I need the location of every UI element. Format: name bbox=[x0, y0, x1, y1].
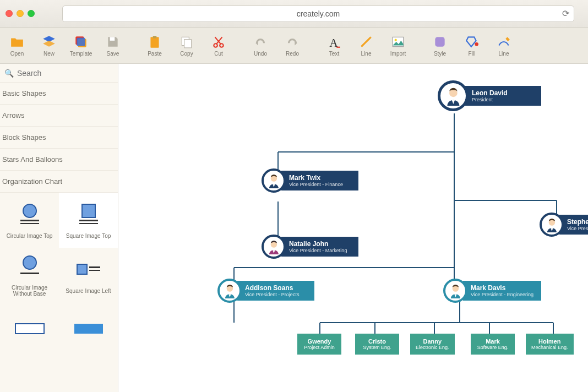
shape-circle-top[interactable]: Circular Image Top bbox=[0, 193, 59, 248]
paste-icon bbox=[147, 34, 162, 50]
box-node[interactable]: HolmenMechanical Eng. bbox=[526, 334, 574, 355]
category-block-shapes[interactable]: Block Shapes bbox=[0, 127, 118, 149]
person-label: Mark Davis Vice President - Engineering bbox=[463, 281, 541, 301]
redo-icon bbox=[285, 34, 300, 50]
svg-rect-28 bbox=[15, 324, 44, 334]
tool-label: Style bbox=[434, 51, 446, 57]
avatar-icon bbox=[438, 80, 469, 111]
svg-rect-24 bbox=[20, 273, 39, 274]
shape-label: Circular Image Without Base bbox=[2, 285, 57, 297]
tool-label: New bbox=[43, 51, 55, 57]
person-role: Vice President - Finance bbox=[289, 182, 351, 187]
open-button[interactable]: Open bbox=[2, 30, 32, 62]
box-node[interactable]: CristoSystem Eng. bbox=[355, 334, 399, 355]
svg-point-23 bbox=[23, 256, 36, 269]
canvas[interactable]: Leon David President Mark Twix Vice Pres… bbox=[118, 64, 588, 392]
cut-button[interactable]: Cut bbox=[204, 30, 233, 62]
new-button[interactable]: New bbox=[34, 30, 64, 62]
box-name: Cristo bbox=[361, 338, 394, 345]
search-input[interactable] bbox=[17, 69, 113, 78]
person-node-leon[interactable]: Leon David President bbox=[438, 80, 541, 111]
shape-rect-outline[interactable] bbox=[0, 303, 59, 358]
address-bar[interactable]: creately.com ⟳ bbox=[62, 6, 574, 22]
category-arrows[interactable]: Arrows bbox=[0, 105, 118, 127]
svg-rect-4 bbox=[150, 37, 159, 48]
box-role: Mechanical Eng. bbox=[531, 345, 568, 350]
svg-rect-5 bbox=[153, 36, 157, 38]
person-node-natalie[interactable]: Natalie John Vice President - Marketing bbox=[262, 235, 358, 259]
url-text: creately.com bbox=[297, 9, 340, 18]
tool-label: Paste bbox=[148, 51, 162, 57]
line-icon bbox=[358, 34, 374, 50]
text-button[interactable]: AText bbox=[319, 30, 349, 62]
box-role: Electronic Eng. bbox=[416, 345, 449, 350]
maximize-window-button[interactable] bbox=[28, 10, 35, 17]
shape-preview bbox=[72, 257, 105, 285]
category-basic-shapes[interactable]: Basic Shapes bbox=[0, 83, 118, 105]
box-name: Mark bbox=[476, 338, 509, 345]
shape-circle-nobase[interactable]: Circular Image Without Base bbox=[0, 248, 59, 303]
tool-label: Save bbox=[107, 51, 119, 57]
person-label: Mark Twix Vice President - Finance bbox=[281, 171, 358, 190]
svg-rect-7 bbox=[184, 40, 192, 48]
redo-button[interactable]: Redo bbox=[277, 30, 307, 62]
fill-button[interactable]: Fill bbox=[457, 30, 487, 62]
shape-square-top[interactable]: Square Image Top bbox=[59, 193, 118, 248]
import-button[interactable]: Import bbox=[383, 30, 413, 62]
shape-rect-fill[interactable] bbox=[59, 303, 118, 358]
svg-rect-29 bbox=[74, 324, 103, 334]
category-stars-and-balloons[interactable]: Stars And Balloons bbox=[0, 149, 118, 171]
close-window-button[interactable] bbox=[6, 10, 13, 17]
shape-square-left[interactable]: Square Image Left bbox=[59, 248, 118, 303]
line-button[interactable]: Line bbox=[351, 30, 381, 62]
shape-preview bbox=[13, 254, 46, 281]
avatar-icon bbox=[262, 168, 286, 193]
svg-rect-20 bbox=[82, 204, 95, 217]
reload-icon[interactable]: ⟳ bbox=[562, 8, 569, 19]
save-button[interactable]: Save bbox=[98, 30, 128, 62]
style-button[interactable]: Style bbox=[425, 30, 455, 62]
person-role: Vice President - Marketing bbox=[289, 248, 351, 253]
svg-rect-26 bbox=[89, 266, 100, 268]
tool-label: Import bbox=[390, 51, 406, 57]
box-role: Project Admin bbox=[303, 345, 336, 350]
traffic-lights bbox=[6, 10, 35, 17]
svg-rect-15 bbox=[435, 37, 444, 46]
shape-label: Square Image Left bbox=[66, 288, 111, 294]
undo-icon bbox=[253, 34, 268, 50]
svg-rect-25 bbox=[77, 264, 87, 274]
category-organization-chart[interactable]: Organization Chart bbox=[0, 171, 118, 193]
svg-point-17 bbox=[23, 204, 36, 217]
svg-rect-19 bbox=[20, 223, 39, 224]
box-node[interactable]: DannyElectronic Eng. bbox=[410, 334, 455, 355]
paste-button[interactable]: Paste bbox=[140, 30, 170, 62]
shape-label: Square Image Top bbox=[66, 233, 111, 239]
shapes-grid: Circular Image TopSquare Image TopCircul… bbox=[0, 193, 118, 358]
template-button[interactable]: Template bbox=[66, 30, 96, 62]
svg-rect-3 bbox=[110, 37, 115, 41]
image-icon bbox=[390, 34, 406, 50]
roundsq-icon bbox=[432, 34, 448, 50]
save-icon bbox=[105, 34, 121, 50]
copy-button[interactable]: Copy bbox=[172, 30, 202, 62]
tool-label: Undo bbox=[254, 51, 267, 57]
cut-icon bbox=[211, 34, 226, 50]
search-box: 🔍 bbox=[0, 64, 118, 83]
box-node[interactable]: MarkSoftware Eng. bbox=[471, 334, 515, 355]
person-node-stephen[interactable]: Stephen George Vice President HR bbox=[540, 213, 588, 237]
svg-point-14 bbox=[395, 39, 397, 41]
person-name: Natalie John bbox=[289, 240, 351, 248]
person-node-markdavis[interactable]: Mark Davis Vice President - Engineering bbox=[443, 279, 541, 303]
avatar-icon bbox=[262, 235, 286, 259]
box-node[interactable]: GwendyProject Admin bbox=[297, 334, 341, 355]
minimize-window-button[interactable] bbox=[17, 10, 24, 17]
person-node-addison[interactable]: Addison Soans Vice President - Projects bbox=[217, 279, 314, 303]
person-node-marktwix[interactable]: Mark Twix Vice President - Finance bbox=[262, 168, 358, 193]
box-role: System Eng. bbox=[361, 345, 394, 350]
undo-button[interactable]: Undo bbox=[246, 30, 275, 62]
line2-button[interactable]: Line bbox=[489, 30, 519, 62]
org-connectors bbox=[118, 64, 588, 392]
tool-label: Open bbox=[10, 51, 24, 57]
person-label: Natalie John Vice President - Marketing bbox=[281, 237, 358, 257]
svg-point-16 bbox=[475, 42, 478, 46]
